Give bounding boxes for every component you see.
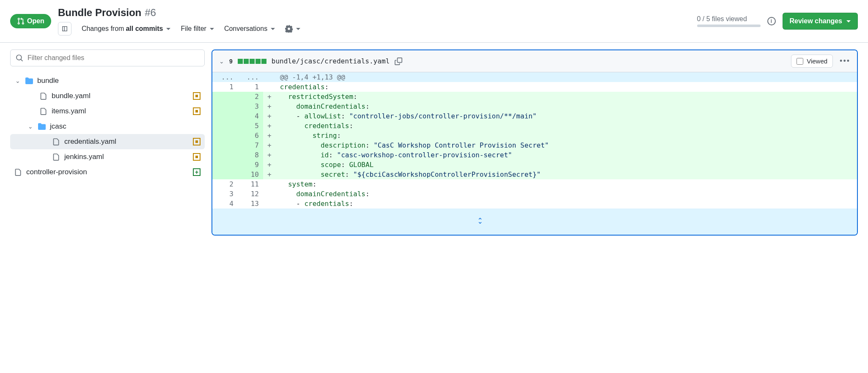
file-icon [14,168,22,176]
file-icon [40,92,47,100]
diff-line[interactable]: 4+ - allowList: "controller-jobs/control… [212,111,857,121]
viewed-checkbox[interactable]: Viewed [791,55,833,68]
changes-from-dropdown[interactable]: Changes from all commits [82,25,171,33]
diff-line[interactable]: 11 credentials: [212,82,857,92]
folder-icon [38,123,46,130]
chevron-down-icon: ⌄ [27,123,34,130]
diff-line[interactable]: 3+ domainCredentials: [212,101,857,111]
diff-file-header: ⌄ 9 bundle/jcasc/credentials.yaml Viewed… [212,50,857,72]
added-status-icon: + [193,168,201,176]
diff-panel: ⌄ 9 bundle/jcasc/credentials.yaml Viewed… [212,49,858,236]
pr-number: #6 [145,7,156,19]
file-icon [52,138,60,145]
unfold-icon [477,217,483,224]
diff-line[interactable]: 413 - credentials: [212,199,857,208]
pr-header: Open Bundle Provision #6 Changes from al… [0,0,868,43]
filter-files-input[interactable] [27,54,199,62]
sidebar-collapse-icon [61,25,68,32]
filter-files-box[interactable] [10,49,205,66]
diff-line[interactable]: 6+ string: [212,131,857,140]
header-right: 0 / 5 files viewed i Review changes [697,13,858,30]
diff-line[interactable]: 8+ id: "casc-workshop-controller-provisi… [212,150,857,160]
chevron-down-icon: ⌄ [14,77,21,84]
caret-down-icon [271,28,275,30]
tree-folder-bundle[interactable]: ⌄ bundle [10,73,205,88]
files-viewed-indicator: 0 / 5 files viewed [697,15,761,27]
tree-file-bundle-yaml[interactable]: bundle.yaml [10,88,205,104]
modified-status-icon [193,138,201,145]
tree-file-controller-provision[interactable]: controller-provision + [10,165,205,180]
diff-hunk-header[interactable]: ... ... @@ -1,4 +1,13 @@ [212,72,857,82]
expand-diff-button[interactable] [212,208,857,235]
diff-line-count: 9 [229,58,233,65]
git-pull-request-icon [17,17,25,25]
tree-folder-jcasc[interactable]: ⌄ jcasc [10,119,205,134]
copy-icon [395,58,402,65]
diff-line[interactable]: 10+ secret: "${cbciCascWorkshopControlle… [212,170,857,179]
progress-bar [697,25,761,27]
tree-file-credentials-yaml[interactable]: credentials.yaml [10,134,205,149]
diff-line[interactable]: 2+ restrictedSystem: [212,92,857,101]
copy-path-button[interactable] [395,58,402,65]
modified-status-icon [193,153,201,161]
file-actions-menu[interactable]: ••• [840,57,850,66]
diff-line[interactable]: 5+ credentials: [212,121,857,131]
caret-down-icon [296,28,300,30]
diff-stat-squares [238,59,266,64]
gear-icon [285,25,293,33]
pr-state-badge: Open [10,14,51,28]
search-icon [16,54,23,62]
viewed-checkbox-input[interactable] [797,58,803,65]
file-tree-sidebar: ⌄ bundle bundle.yaml items.yaml ⌄ jcasc … [10,49,205,236]
diff-line[interactable]: 7+ description: "CasC Workshop Controlle… [212,140,857,150]
tree-file-jenkins-yaml[interactable]: jenkins.yaml [10,149,205,165]
toggle-file-tree-button[interactable] [58,22,71,36]
caret-down-icon [166,28,170,30]
caret-down-icon [846,20,851,22]
diff-table: ... ... @@ -1,4 +1,13 @@ 11 credentials:… [212,72,857,208]
conversations-dropdown[interactable]: Conversations [224,25,275,33]
file-icon [40,107,47,115]
collapse-file-button[interactable]: ⌄ [219,58,224,65]
file-icon [52,153,60,161]
modified-status-icon [193,107,201,115]
diff-line[interactable]: 211 system: [212,179,857,189]
file-filter-dropdown[interactable]: File filter [181,25,214,33]
folder-icon [25,77,33,85]
tree-file-items-yaml[interactable]: items.yaml [10,104,205,119]
info-icon[interactable]: i [767,17,776,25]
diff-settings-dropdown[interactable] [285,25,300,33]
pr-title[interactable]: Bundle Provision [58,7,141,19]
diff-line[interactable]: 9+ scope: GLOBAL [212,160,857,170]
diff-line[interactable]: 312 domainCredentials: [212,189,857,199]
header-main: Bundle Provision #6 Changes from all com… [58,7,690,36]
modified-status-icon [193,92,201,100]
diff-file-path[interactable]: bundle/jcasc/credentials.yaml [272,57,390,65]
pr-state-text: Open [27,17,44,25]
caret-down-icon [210,28,214,30]
review-changes-button[interactable]: Review changes [783,13,858,30]
diff-toolbar: Changes from all commits File filter Con… [58,22,690,36]
